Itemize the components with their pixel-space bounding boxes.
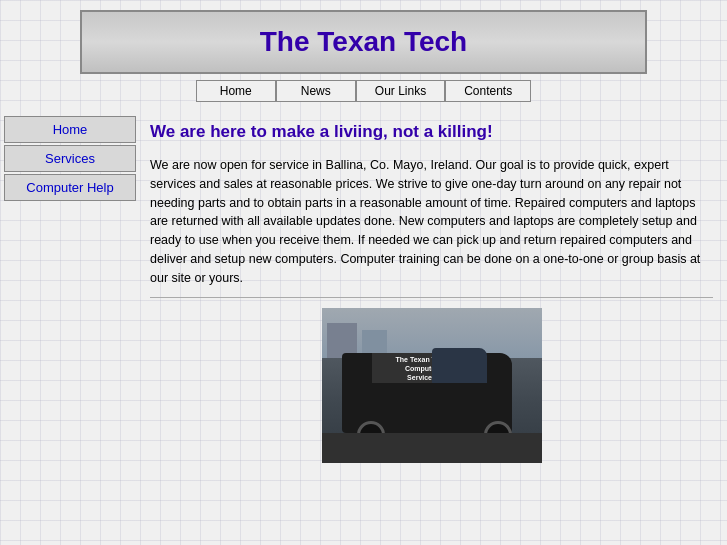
van-image-container: The Texan TechComputerServices — [150, 308, 713, 463]
page-tagline: We are here to make a liviing, not a kil… — [150, 122, 713, 142]
nav-news-button[interactable]: News — [276, 80, 356, 102]
site-title: The Texan Tech — [260, 26, 467, 57]
header-box: The Texan Tech — [80, 10, 647, 74]
nav-contents-button[interactable]: Contents — [445, 80, 531, 102]
page-wrapper: The Texan Tech Home News Our Links Conte… — [0, 0, 727, 473]
van-image: The Texan TechComputerServices — [322, 308, 542, 463]
content-area: We are here to make a liviing, not a kil… — [140, 108, 727, 473]
nav-links-button[interactable]: Our Links — [356, 80, 445, 102]
sidebar-item-home[interactable]: Home — [4, 116, 136, 143]
header-section: The Texan Tech — [0, 0, 727, 74]
main-layout: Home Services Computer Help We are here … — [0, 108, 727, 473]
sidebar: Home Services Computer Help — [0, 108, 140, 473]
content-divider — [150, 297, 713, 298]
nav-home-button[interactable]: Home — [196, 80, 276, 102]
road — [322, 433, 542, 463]
description-text: We are now open for service in Ballina, … — [150, 156, 713, 287]
sidebar-item-services[interactable]: Services — [4, 145, 136, 172]
van-scene: The Texan TechComputerServices — [322, 308, 542, 463]
nav-bar: Home News Our Links Contents — [0, 74, 727, 108]
sidebar-item-computer-help[interactable]: Computer Help — [4, 174, 136, 201]
van-windshield — [432, 348, 487, 383]
